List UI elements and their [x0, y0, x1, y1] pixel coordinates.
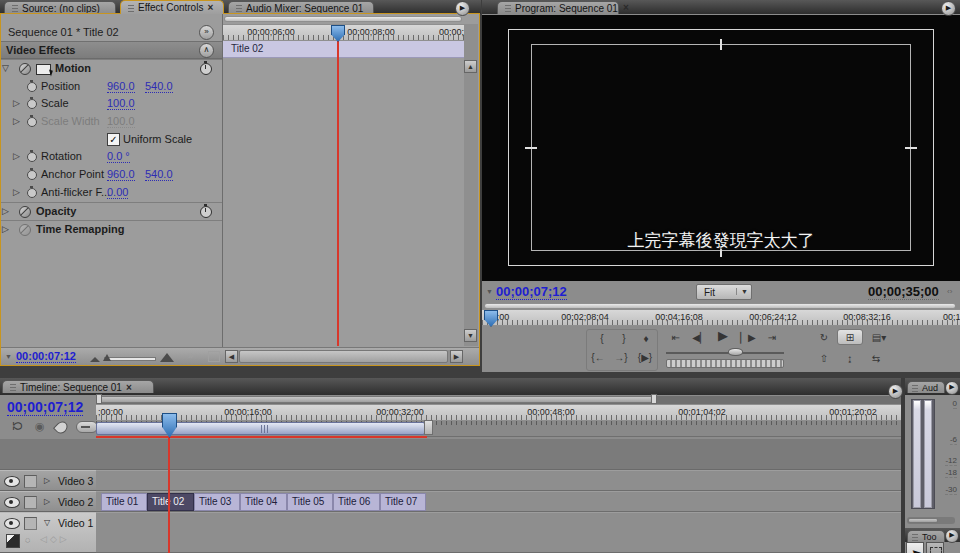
clip-title-04[interactable]: Title 04 — [240, 493, 287, 511]
chevron-down-icon[interactable]: ▼ — [736, 288, 748, 295]
expander-icon[interactable]: ▷ — [13, 116, 20, 126]
track-content-video-3[interactable] — [96, 470, 901, 491]
track-expander-icon[interactable]: ▷ — [44, 497, 50, 506]
clip-title-03[interactable]: Title 03 — [194, 493, 240, 511]
zoom-handle-right[interactable] — [651, 394, 657, 404]
stopwatch-icon[interactable] — [200, 206, 212, 218]
ec-current-timecode[interactable]: 00:00:07:12 — [16, 350, 76, 363]
extract-button[interactable]: ↨ — [840, 351, 860, 367]
encore-chapter-marker-icon[interactable]: ◉ — [35, 420, 45, 433]
toggle-sync-lock-well[interactable] — [24, 517, 37, 530]
expander-icon[interactable]: ▷ — [13, 151, 20, 161]
subtitle-text[interactable]: 上完字幕後發現字太大了 — [482, 229, 960, 252]
track-expander-icon[interactable]: ▽ — [44, 518, 50, 527]
close-icon[interactable]: × — [207, 3, 213, 12]
scroll-right-icon[interactable]: ▶ — [450, 350, 463, 363]
property-value[interactable]: 0.0 ° — [107, 150, 130, 163]
scroll-left-icon[interactable]: ◀ — [225, 350, 238, 363]
close-icon[interactable]: × — [126, 383, 132, 392]
zoom-level-select[interactable]: Fit ▼ — [696, 284, 752, 300]
program-current-timecode[interactable]: 00;00;07;12 — [496, 284, 567, 300]
collapse-section-button[interactable]: ∧ — [199, 43, 214, 58]
ec-zoom-slider[interactable] — [104, 357, 156, 361]
clip-title-07[interactable]: Title 07 — [380, 493, 426, 511]
zoom-scroll-thumb[interactable] — [97, 396, 657, 403]
set-in-point-button[interactable]: { — [592, 331, 612, 347]
lift-button[interactable]: ⇧ — [814, 351, 834, 367]
toggle-track-output-icon[interactable] — [4, 497, 20, 508]
work-area-bar[interactable] — [96, 422, 425, 435]
toggle-sync-lock-well[interactable] — [24, 496, 37, 509]
zoom-handle-left[interactable] — [96, 394, 102, 404]
play-audio-icon[interactable]: » — [188, 350, 194, 361]
program-ruler[interactable]: 00;0000;02;08;0400;04;16;0800;06;24;1200… — [482, 309, 960, 326]
expander-icon[interactable]: ▷ — [2, 206, 9, 216]
velocity-icon[interactable] — [208, 351, 220, 362]
snap-icon[interactable]: Ω — [10, 422, 24, 431]
track-content-video-2[interactable]: Title 01Title 02Title 03Title 04Title 05… — [96, 491, 901, 512]
property-value[interactable]: 540.0 — [145, 80, 173, 93]
expander-icon[interactable]: ▷ — [13, 98, 20, 108]
ec-vscrollbar[interactable]: ▲ ▼ — [464, 24, 478, 346]
toggle-sync-lock-well[interactable] — [24, 475, 37, 488]
toggle-animation-icon[interactable] — [27, 117, 37, 127]
step-forward-button[interactable]: ▏▶ — [738, 330, 758, 346]
track-content-video-1[interactable] — [96, 512, 901, 553]
zoom-out-icon[interactable] — [90, 357, 100, 362]
uniform-scale-checkbox[interactable]: ✓ — [107, 133, 120, 146]
panel-menu-button[interactable]: ▶ — [455, 1, 470, 16]
timecode-context-icon[interactable]: ▼ — [5, 353, 12, 360]
jog-disk[interactable] — [666, 359, 784, 368]
close-icon[interactable]: × — [623, 3, 629, 12]
timeline-panel-menu-button[interactable]: ▶ — [888, 384, 903, 399]
toggle-animation-icon[interactable] — [27, 82, 37, 92]
scroll-up-icon[interactable]: ▲ — [464, 60, 477, 73]
property-value[interactable]: 100.0 — [107, 115, 135, 128]
set-out-point-button[interactable]: } — [614, 331, 634, 347]
go-to-next-edit-button[interactable]: ⇥ — [762, 330, 782, 346]
zoom-in-icon[interactable] — [160, 353, 174, 362]
loop-button[interactable]: ↻ — [814, 330, 834, 346]
clip-title-06[interactable]: Title 06 — [333, 493, 380, 511]
tab-tools[interactable]: Too — [907, 530, 945, 542]
property-value[interactable]: 0.00 — [107, 186, 128, 199]
tab-effect-controls[interactable]: Effect Controls× — [120, 0, 224, 14]
clip-title-02[interactable]: Title 02 — [147, 493, 194, 511]
tab-source-no-clips[interactable]: Source: (no clips) — [4, 1, 116, 14]
toggle-animation-icon[interactable] — [27, 152, 37, 162]
work-area-end-handle[interactable] — [424, 420, 433, 435]
output-button[interactable]: ▤▾ — [867, 330, 891, 346]
trim-button[interactable]: ⇆ — [866, 351, 886, 367]
timecode-context-icon[interactable]: ▼ — [486, 288, 493, 295]
meter-panel-menu-button[interactable]: ▶ — [945, 381, 959, 395]
shuttle-slider[interactable] — [728, 348, 743, 356]
scroll-down-icon[interactable]: ▼ — [464, 329, 477, 342]
program-panel-menu-button[interactable]: ▶ — [941, 1, 956, 16]
expander-icon[interactable]: ▽ — [2, 63, 9, 73]
go-to-out-button[interactable]: →} — [611, 350, 631, 366]
play-button[interactable]: ▶ — [713, 328, 733, 344]
track-expander-icon[interactable]: ▷ — [44, 476, 50, 485]
meter-scroll-thumb[interactable] — [908, 518, 938, 523]
set-unnumbered-marker-button[interactable]: ♦ — [636, 331, 656, 347]
tab-program-sequence-01[interactable]: Program: Sequence 01 ▼ — [497, 1, 619, 14]
property-value[interactable]: 540.0 — [145, 168, 173, 181]
track-select-tool-button[interactable] — [926, 542, 944, 553]
go-to-in-button[interactable]: {← — [588, 350, 608, 366]
tab-timeline-sequence-01[interactable]: Timeline: Sequence 01 × — [2, 380, 154, 393]
tab-audio-meter[interactable]: Aud — [907, 381, 945, 393]
toggle-animation-icon[interactable] — [27, 188, 37, 198]
show-keyframes-icon[interactable]: ◌ — [25, 535, 30, 545]
clip-title-01[interactable]: Title 01 — [101, 493, 147, 511]
ec-view-zoombar[interactable] — [224, 16, 462, 22]
selection-tool-button[interactable]: ▶ — [906, 542, 924, 553]
timeline-zoom-scrollbar[interactable] — [96, 396, 901, 404]
toggle-animation-icon[interactable] — [27, 170, 37, 180]
ec-hscroll-thumb[interactable] — [239, 350, 448, 363]
timeline-current-timecode[interactable]: 00;00;07;12 — [7, 399, 83, 416]
property-value[interactable]: 960.0 — [107, 80, 135, 93]
set-display-style-icon[interactable] — [6, 534, 20, 548]
property-value[interactable]: 100.0 — [107, 97, 135, 110]
go-to-previous-edit-button[interactable]: ⇤ — [666, 330, 686, 346]
step-back-button[interactable]: ◀▏ — [690, 330, 710, 346]
